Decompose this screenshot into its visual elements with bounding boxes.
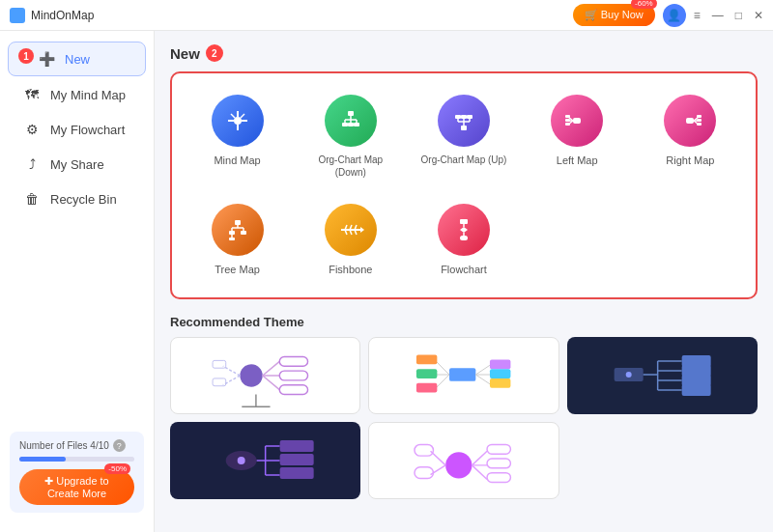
right-map-icon <box>664 95 716 147</box>
close-icon[interactable]: ✕ <box>754 9 763 22</box>
file-count-box: Number of Files 4/10 ? ✚ Upgrade to Crea… <box>10 432 144 513</box>
top-right: 🛒 Buy Now -60% 👤 ≡ — □ ✕ <box>573 4 763 27</box>
progress-bar <box>19 457 134 462</box>
mind-map-template-icon <box>212 95 264 147</box>
svg-line-62 <box>263 362 280 377</box>
theme-card-4[interactable] <box>170 422 360 499</box>
sidebar-item-my-share[interactable]: ⤴ My Share <box>8 148 146 181</box>
svg-line-5 <box>231 114 235 118</box>
svg-rect-80 <box>416 383 437 393</box>
svg-rect-105 <box>280 440 314 452</box>
sidebar-item-recycle-bin[interactable]: 🗑 Recycle Bin <box>8 182 146 215</box>
svg-rect-117 <box>487 445 510 455</box>
svg-rect-119 <box>487 473 510 483</box>
titlebar-controls[interactable]: ≡ — □ ✕ <box>694 9 763 22</box>
left-map-icon <box>551 95 603 147</box>
template-left-map[interactable]: Left Map <box>526 87 629 186</box>
sidebar-item-my-flowchart[interactable]: ⚙ My Flowchart <box>8 113 146 146</box>
svg-rect-47 <box>229 238 235 240</box>
svg-rect-39 <box>235 220 241 225</box>
titlebar-left: MindOnMap <box>10 8 94 23</box>
svg-rect-31 <box>565 123 570 126</box>
new-icon: ➕ <box>38 51 55 67</box>
tree-map-label: Tree Map <box>215 263 260 276</box>
template-mind-map[interactable]: Mind Map <box>186 87 289 186</box>
svg-rect-7 <box>348 111 354 116</box>
flowchart-template-icon <box>438 204 490 256</box>
org-chart-down-icon <box>325 95 377 147</box>
sidebar-label-flowchart: My Flowchart <box>50 123 125 137</box>
buy-badge: -60% <box>631 0 657 9</box>
mind-map-template-label: Mind Map <box>214 154 260 167</box>
theme-card-2[interactable] <box>368 337 558 414</box>
svg-line-6 <box>241 114 244 118</box>
svg-rect-86 <box>490 378 510 388</box>
svg-rect-65 <box>279 357 307 367</box>
svg-rect-79 <box>416 369 437 378</box>
svg-rect-24 <box>461 126 467 130</box>
recycle-icon: 🗑 <box>23 191 41 207</box>
template-fishbone[interactable]: Fishbone <box>299 196 402 284</box>
sidebar-label-mind-map: My Mind Map <box>50 88 126 102</box>
svg-rect-71 <box>213 378 226 386</box>
svg-point-98 <box>625 372 631 378</box>
recommended-grid <box>170 337 758 499</box>
fishbone-icon <box>325 204 377 256</box>
svg-rect-56 <box>460 219 468 224</box>
svg-line-75 <box>436 361 450 376</box>
template-org-chart-down[interactable]: Org-Chart Map(Down) <box>299 87 402 186</box>
sidebar-item-new[interactable]: 1 ➕ New <box>8 42 146 76</box>
svg-rect-37 <box>697 119 701 122</box>
svg-rect-16 <box>455 115 461 119</box>
upgrade-button[interactable]: ✚ Upgrade to Create More -50% <box>19 469 134 505</box>
svg-point-108 <box>238 457 245 464</box>
theme-card-5[interactable] <box>368 422 558 499</box>
org-chart-down-label: Org-Chart Map(Down) <box>318 154 383 179</box>
svg-rect-25 <box>573 118 581 124</box>
svg-point-0 <box>234 117 242 125</box>
svg-rect-70 <box>213 361 226 369</box>
sidebar: 1 ➕ New 🗺 My Mind Map ⚙ My Flowchart ⤴ M… <box>0 31 155 532</box>
maximize-icon[interactable]: □ <box>735 9 742 22</box>
sidebar-item-my-mind-map[interactable]: 🗺 My Mind Map <box>8 78 146 111</box>
templates-grid: Mind Map <box>186 87 742 284</box>
menu-icon[interactable]: ≡ <box>694 9 701 22</box>
sidebar-label-recycle: Recycle Bin <box>50 192 117 207</box>
svg-point-109 <box>445 453 472 479</box>
svg-rect-106 <box>280 454 314 465</box>
file-count-text: Number of Files 4/10 <box>19 440 109 451</box>
fishbone-label: Fishbone <box>329 263 372 276</box>
svg-marker-58 <box>460 227 468 233</box>
svg-rect-66 <box>279 371 307 380</box>
svg-line-81 <box>476 366 491 376</box>
new-section-badge: 2 <box>206 44 223 62</box>
template-right-map[interactable]: Right Map <box>639 87 742 186</box>
theme-card-1[interactable] <box>170 337 360 414</box>
svg-rect-74 <box>449 368 475 381</box>
svg-rect-67 <box>279 385 307 395</box>
svg-rect-14 <box>348 123 354 126</box>
template-flowchart[interactable]: Flowchart <box>412 196 515 284</box>
sidebar-label-new: New <box>65 52 90 67</box>
template-tree-map[interactable]: Tree Map <box>186 196 289 284</box>
svg-line-114 <box>472 452 488 466</box>
svg-rect-15 <box>354 123 359 126</box>
help-icon[interactable]: ? <box>113 439 126 452</box>
svg-rect-38 <box>697 123 701 126</box>
svg-marker-55 <box>360 227 364 233</box>
svg-rect-84 <box>490 360 510 370</box>
org-chart-up-label: Org-Chart Map (Up) <box>421 154 507 166</box>
minimize-icon[interactable]: — <box>712 9 724 22</box>
tree-map-icon <box>212 204 264 256</box>
svg-rect-30 <box>565 119 570 122</box>
svg-rect-18 <box>467 115 472 119</box>
svg-rect-29 <box>565 115 570 118</box>
avatar[interactable]: 👤 <box>663 4 686 27</box>
buy-now-button[interactable]: 🛒 Buy Now -60% <box>573 4 655 26</box>
theme-card-3[interactable] <box>567 337 758 414</box>
svg-rect-97 <box>681 384 710 396</box>
recommended-title: Recommended Theme <box>170 315 758 329</box>
buy-now-label: 🛒 Buy Now <box>585 9 644 21</box>
upgrade-label: ✚ Upgrade to Create More <box>29 475 125 499</box>
template-org-chart-up[interactable]: Org-Chart Map (Up) <box>412 87 515 186</box>
